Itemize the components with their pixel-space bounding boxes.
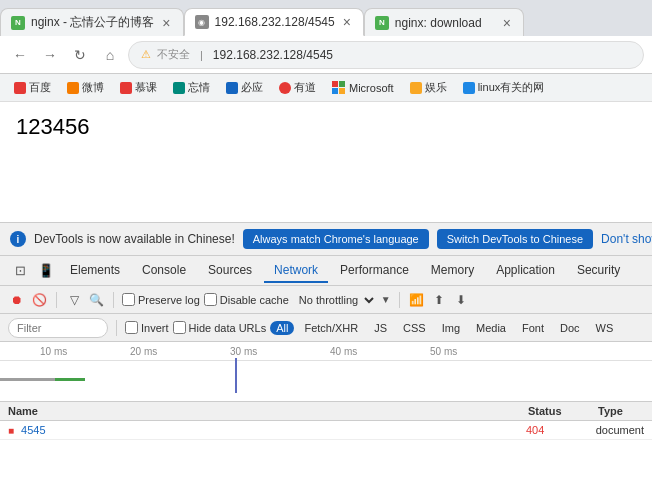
invert-label: Invert <box>141 322 169 334</box>
bookmark-baidu[interactable]: 百度 <box>8 78 57 97</box>
bookmarks-bar: 百度 微博 慕课 忘情 必应 有道 Microsoft <box>0 74 652 102</box>
bookmark-mooc-favicon <box>120 82 132 94</box>
security-label: 不安全 <box>157 47 190 62</box>
row-error-icon: ■ <box>8 425 14 436</box>
throttling-select[interactable]: No throttling <box>293 292 377 308</box>
devtools-notification-bar: i DevTools is now available in Chinese! … <box>0 222 652 256</box>
forward-button[interactable]: → <box>38 43 62 67</box>
bookmark-weibo-favicon <box>67 82 79 94</box>
tab-3[interactable]: N nginx: download × <box>364 8 524 36</box>
preserve-log-checkbox[interactable]: Preserve log <box>122 293 200 306</box>
bookmark-microsoft[interactable]: Microsoft <box>326 79 400 97</box>
dont-show-button[interactable]: Don't show <box>601 232 652 246</box>
bookmark-bing[interactable]: 必应 <box>220 78 269 97</box>
tab-title-2: 192.168.232.128/4545 <box>215 15 335 29</box>
disable-cache-input[interactable] <box>204 293 217 306</box>
timeline-label-30ms: 30 ms <box>230 346 257 357</box>
tab-favicon-2: ◉ <box>195 15 209 29</box>
filter-tab-font[interactable]: Font <box>516 321 550 335</box>
tab-2[interactable]: ◉ 192.168.232.128/4545 × <box>184 8 364 36</box>
home-button[interactable]: ⌂ <box>98 43 122 67</box>
tab-favicon-1: N <box>11 16 25 30</box>
filter-tab-fetch[interactable]: Fetch/XHR <box>298 321 364 335</box>
tab-security[interactable]: Security <box>567 259 630 283</box>
tab-console[interactable]: Console <box>132 259 196 283</box>
bookmark-linux-label: linux有关的网 <box>478 80 545 95</box>
bookmark-bing-favicon <box>226 82 238 94</box>
bookmark-linux[interactable]: linux有关的网 <box>457 78 551 97</box>
header-type: Type <box>590 405 652 417</box>
upload-icon[interactable]: ⬆ <box>430 291 448 309</box>
filter-input[interactable] <box>8 318 108 338</box>
filter-tab-doc[interactable]: Doc <box>554 321 586 335</box>
filter-tab-img[interactable]: Img <box>436 321 466 335</box>
invert-checkbox[interactable]: Invert <box>125 321 169 334</box>
wifi-icon[interactable]: 📶 <box>408 291 426 309</box>
record-button[interactable]: ⏺ <box>8 291 26 309</box>
timeline-gray-bar <box>0 378 55 381</box>
tab-title-3: nginx: download <box>395 16 495 30</box>
table-row[interactable]: ■ 4545 404 document <box>0 421 652 440</box>
hide-data-urls-input[interactable] <box>173 321 186 334</box>
tab-elements[interactable]: Elements <box>60 259 130 283</box>
refresh-button[interactable]: ↻ <box>68 43 92 67</box>
timeline-label-10ms: 10 ms <box>40 346 67 357</box>
tab-sources[interactable]: Sources <box>198 259 262 283</box>
tab-application[interactable]: Application <box>486 259 565 283</box>
back-button[interactable]: ← <box>8 43 32 67</box>
filter-tab-ws[interactable]: WS <box>590 321 620 335</box>
bookmark-wangqing-label: 忘情 <box>188 80 210 95</box>
filter-separator <box>116 320 117 336</box>
invert-input[interactable] <box>125 321 138 334</box>
bookmark-youdao[interactable]: 有道 <box>273 78 322 97</box>
tab-bar: N nginx - 忘情公子的博客 × ◉ 192.168.232.128/45… <box>0 0 652 36</box>
devtools-inspect-icon[interactable]: ⊡ <box>8 259 32 283</box>
filter-tab-all[interactable]: All <box>270 321 294 335</box>
match-language-button[interactable]: Always match Chrome's language <box>243 229 429 249</box>
row-status: 404 <box>518 424 588 436</box>
tab-memory[interactable]: Memory <box>421 259 484 283</box>
bookmark-weibo[interactable]: 微博 <box>61 78 110 97</box>
tab-title-1: nginx - 忘情公子的博客 <box>31 14 154 31</box>
preserve-log-input[interactable] <box>122 293 135 306</box>
tab-performance[interactable]: Performance <box>330 259 419 283</box>
bookmark-microsoft-label: Microsoft <box>349 82 394 94</box>
toolbar-separator-1 <box>56 292 57 308</box>
bookmark-youdao-label: 有道 <box>294 80 316 95</box>
timeline-label-20ms: 20 ms <box>130 346 157 357</box>
header-status: Status <box>520 405 590 417</box>
timeline-label-40ms: 40 ms <box>330 346 357 357</box>
tab-close-1[interactable]: × <box>160 15 172 31</box>
tab-close-2[interactable]: × <box>341 14 353 30</box>
preserve-log-label: Preserve log <box>138 294 200 306</box>
address-separator: | <box>200 49 203 61</box>
bookmark-mooc[interactable]: 慕课 <box>114 78 163 97</box>
browser-chrome: N nginx - 忘情公子的博客 × ◉ 192.168.232.128/45… <box>0 0 652 102</box>
filter-tab-js[interactable]: JS <box>368 321 393 335</box>
download-icon[interactable]: ⬇ <box>452 291 470 309</box>
bookmark-microsoft-favicon <box>332 81 346 95</box>
disable-cache-checkbox[interactable]: Disable cache <box>204 293 289 306</box>
switch-chinese-button[interactable]: Switch DevTools to Chinese <box>437 229 593 249</box>
throttling-dropdown-icon[interactable]: ▼ <box>381 294 391 305</box>
bookmark-wangqing[interactable]: 忘情 <box>167 78 216 97</box>
search-icon[interactable]: 🔍 <box>87 291 105 309</box>
devtools-tab-bar: ⊡ 📱 Elements Console Sources Network Per… <box>0 256 652 286</box>
address-bar-input-container[interactable]: ⚠ 不安全 | 192.168.232.128/4545 <box>128 41 644 69</box>
timeline-label-50ms: 50 ms <box>430 346 457 357</box>
clear-button[interactable]: 🚫 <box>30 291 48 309</box>
hide-data-urls-checkbox[interactable]: Hide data URLs <box>173 321 267 334</box>
devtools-device-icon[interactable]: 📱 <box>34 259 58 283</box>
tab-network[interactable]: Network <box>264 259 328 283</box>
address-text: 192.168.232.128/4545 <box>213 48 333 62</box>
filter-tab-css[interactable]: CSS <box>397 321 432 335</box>
tab-1[interactable]: N nginx - 忘情公子的博客 × <box>0 8 184 36</box>
page-content: 123456 <box>0 102 652 222</box>
tab-favicon-3: N <box>375 16 389 30</box>
disable-cache-label: Disable cache <box>220 294 289 306</box>
bookmark-entertainment[interactable]: 娱乐 <box>404 78 453 97</box>
bookmark-wangqing-favicon <box>173 82 185 94</box>
filter-tab-media[interactable]: Media <box>470 321 512 335</box>
filter-icon[interactable]: ▽ <box>65 291 83 309</box>
tab-close-3[interactable]: × <box>501 15 513 31</box>
